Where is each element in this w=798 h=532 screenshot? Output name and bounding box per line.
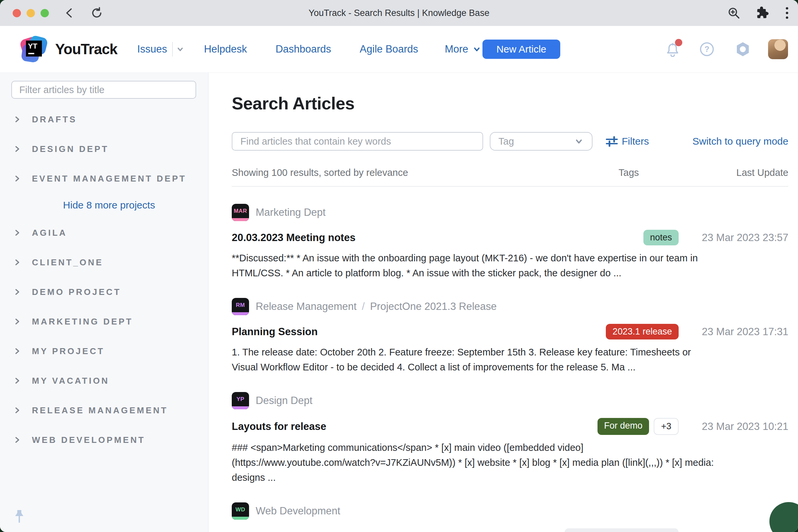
results-summary: Showing 100 results, sorted by relevance: [232, 167, 408, 178]
sidebar-item-agila[interactable]: AGILA: [0, 224, 208, 241]
chevron-right-icon[interactable]: [13, 258, 22, 267]
article-snippet: ### <span>Marketing communications</span…: [232, 440, 714, 485]
browser-window: YouTrack - Search Results | Knowledge Ba…: [0, 0, 798, 532]
nav-divider: [172, 42, 173, 57]
settings-gear-icon[interactable]: [734, 41, 752, 58]
search-result[interactable]: MAR Marketing Dept 20.03.2023 Meeting no…: [232, 204, 788, 281]
breadcrumb-separator: /: [362, 301, 365, 312]
sidebar-item-demo-project[interactable]: DEMO PROJECT: [0, 283, 208, 301]
filter-articles-input[interactable]: [11, 81, 196, 99]
sidebar-item-client-one[interactable]: CLIENT_ONE: [0, 254, 208, 271]
tag-filter-select[interactable]: Tag: [490, 132, 592, 151]
filters-button[interactable]: Filters: [606, 136, 649, 147]
extensions-icon[interactable]: [756, 6, 770, 20]
last-update: 23 Mar 2023 23:57: [689, 232, 788, 244]
sidebar-item-my-vacation[interactable]: MY VACATION: [0, 372, 208, 390]
article-snippet: **Discussed:** * An issue with the onboa…: [232, 251, 714, 281]
traffic-lights: [13, 9, 49, 17]
project-avatar: YP: [232, 392, 249, 409]
brand-name[interactable]: YouTrack: [55, 41, 117, 58]
notifications-bell-icon[interactable]: [665, 41, 680, 57]
issues-dropdown-icon[interactable]: [176, 45, 185, 54]
main-nav: Issues Helpdesk Dashboards Agile Boards …: [137, 42, 481, 57]
back-icon[interactable]: [63, 6, 76, 20]
tag-badge[interactable]: notes: [643, 230, 679, 245]
project-list-bottom: AGILA CLIENT_ONE DEMO PROJECT MARKETING …: [0, 224, 208, 449]
app-header: YT YouTrack Issues Helpdesk Dashboards A…: [0, 26, 798, 73]
search-result[interactable]: RM Release Management / ProjectOne 2021.…: [232, 298, 788, 375]
nav-item-dashboards[interactable]: Dashboards: [276, 43, 331, 55]
project-list-top: DRAFTS DESIGN DEPT EVENT MANAGEMENT DEPT: [0, 111, 208, 187]
project-avatar: WD: [232, 502, 249, 520]
last-update: 23 Mar 2023 10:21: [689, 421, 788, 433]
sidebar-item-my-project[interactable]: MY PROJECT: [0, 342, 208, 360]
chevron-right-icon[interactable]: [13, 174, 22, 183]
user-avatar[interactable]: [768, 39, 788, 59]
nav-item-more[interactable]: More: [445, 43, 482, 55]
nav-item-agile-boards[interactable]: Agile Boards: [360, 43, 418, 55]
minimize-window-button[interactable]: [26, 9, 35, 17]
close-window-button[interactable]: [13, 9, 21, 17]
page-title: Search Articles: [232, 93, 788, 113]
sidebar-item-web-development[interactable]: WEB DEVELOPMENT: [0, 431, 208, 449]
sidebar-item-event-management-dept[interactable]: EVENT MANAGEMENT DEPT: [0, 170, 208, 187]
browser-tab-title: YouTrack - Search Results | Knowledge Ba…: [308, 8, 490, 18]
article-snippet: 1. The release date: October 20th 2. Fea…: [232, 345, 714, 375]
chevron-right-icon[interactable]: [13, 317, 22, 326]
sidebar-item-release-management[interactable]: RELEASE MANAGEMENT: [0, 402, 208, 419]
switch-to-query-mode-link[interactable]: Switch to query mode: [692, 136, 788, 147]
nav-item-helpdesk[interactable]: Helpdesk: [204, 43, 247, 55]
tag-badge[interactable]: For demo: [597, 418, 649, 435]
project-avatar: MAR: [232, 204, 249, 221]
chevron-right-icon[interactable]: [13, 287, 22, 297]
article-title[interactable]: 20.03.2023 Meeting notes: [232, 232, 552, 244]
project-name[interactable]: Web Development: [256, 505, 340, 517]
article-title[interactable]: Planning Session: [232, 326, 552, 338]
filters-slider-icon: [606, 136, 618, 147]
new-article-button[interactable]: New Article: [482, 40, 560, 59]
zoom-window-button[interactable]: [41, 9, 49, 17]
pin-sidebar-icon[interactable]: [12, 509, 26, 527]
hide-more-projects-link[interactable]: Hide 8 more projects: [10, 200, 208, 211]
article-title[interactable]: Layouts for release: [232, 421, 552, 433]
chevron-right-icon[interactable]: [13, 406, 22, 415]
chevron-right-icon[interactable]: [13, 115, 22, 124]
nav-item-issues[interactable]: Issues: [137, 43, 167, 55]
chevron-right-icon[interactable]: [13, 376, 22, 385]
article-search-input[interactable]: [232, 132, 483, 151]
help-icon[interactable]: ?: [699, 41, 715, 57]
tag-badge[interactable]: 2023.1 release: [606, 324, 679, 340]
last-update: 23 Mar 2023 17:31: [689, 326, 788, 338]
youtrack-logo-icon[interactable]: YT: [21, 37, 46, 62]
chevron-right-icon[interactable]: [13, 228, 22, 238]
sidebar-item-design-dept[interactable]: DESIGN DEPT: [0, 140, 208, 158]
search-result[interactable]: WD Web Development Release planning Agre…: [232, 502, 788, 532]
project-avatar: RM: [232, 298, 249, 315]
breadcrumb[interactable]: ProjectOne 2021.3 Release: [370, 301, 497, 312]
sidebar-item-marketing-dept[interactable]: MARKETING DEPT: [0, 313, 208, 330]
chevron-right-icon[interactable]: [13, 346, 22, 356]
more-tags-badge[interactable]: +3: [654, 418, 679, 435]
article-title[interactable]: Release planning: [232, 530, 552, 532]
results-divider: [232, 186, 788, 187]
svg-text:?: ?: [705, 44, 709, 54]
search-result[interactable]: YP Design Dept Layouts for release For d…: [232, 392, 788, 485]
tags-column-header: Tags: [579, 167, 679, 178]
chevron-right-icon[interactable]: [13, 144, 22, 154]
reload-icon[interactable]: [90, 6, 103, 20]
project-name[interactable]: Design Dept: [256, 395, 312, 407]
project-name[interactable]: Release Management: [256, 301, 357, 312]
sidebar-item-drafts[interactable]: DRAFTS: [0, 111, 208, 128]
search-articles-page: Search Articles Tag Filters Switch to qu…: [208, 73, 798, 532]
project-name[interactable]: Marketing Dept: [256, 207, 325, 218]
last-update-column-header: Last Update: [679, 167, 788, 178]
zoom-page-icon[interactable]: [727, 6, 741, 20]
chevron-right-icon[interactable]: [13, 435, 22, 444]
browser-menu-icon[interactable]: [785, 6, 790, 20]
tag-badge[interactable]: Agreed with stakeholders: [565, 528, 679, 532]
kb-sidebar: DRAFTS DESIGN DEPT EVENT MANAGEMENT DEPT…: [0, 73, 208, 532]
notification-badge: [675, 39, 682, 46]
browser-chrome: YouTrack - Search Results | Knowledge Ba…: [0, 0, 798, 26]
